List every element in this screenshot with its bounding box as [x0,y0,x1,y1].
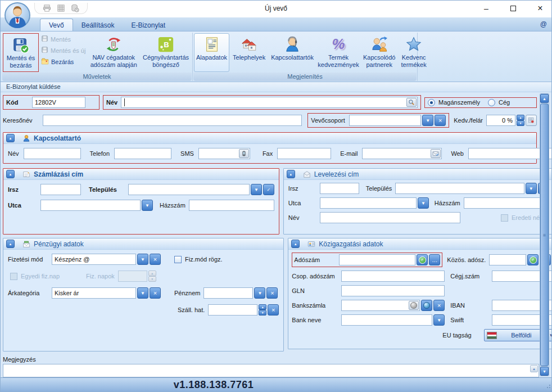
penznem-input[interactable] [204,288,252,298]
validate-check-icon[interactable]: ✓ [527,254,539,265]
discount-table-button[interactable] [526,115,537,126]
szall-hat-input[interactable] [209,305,257,315]
lv-nev-input[interactable] [320,212,460,223]
scroll-up-icon[interactable]: ▲ [530,365,538,372]
chevron-down-icon[interactable]: ▼ [433,314,445,326]
collapse-icon[interactable]: ▲ [6,134,15,142]
lv-utca-input[interactable] [320,198,416,208]
nev-label: Név [106,99,117,106]
lv-hazszam-input[interactable] [464,197,549,209]
fizetesi-mod-value[interactable]: Készpénz @ [52,254,135,264]
kapcsolodo-partnerek-button[interactable]: Kapcsolódópartnerek [361,33,398,72]
chevron-down-icon[interactable]: ▼ [418,197,429,209]
chevron-down-icon[interactable]: ▼ [137,254,148,265]
search-icon[interactable] [406,98,417,107]
lv-irsz-input[interactable] [320,183,359,194]
kozigazgatasi-header: ▲ Közigazgatási adatok [288,238,552,250]
arkategoria-value[interactable]: Kisker ár [52,288,135,298]
adoszam-input[interactable] [340,255,415,265]
collapse-icon[interactable]: ▲ [287,170,295,178]
lv-hazszam-label: Házszám [435,200,460,206]
bankszamla-input[interactable] [342,300,409,310]
eu-tagsag-value: Belföldi [497,332,545,339]
kt-fax-input[interactable] [277,148,331,159]
chevron-down-icon[interactable]: ▼ [254,287,265,299]
clear-icon[interactable]: × [435,115,446,126]
kt-sms-label: SMS [180,150,194,157]
maximize-button[interactable] [508,2,519,15]
chevron-down-icon[interactable]: ▼ [137,287,148,299]
check-icon[interactable]: ✓ [263,184,274,195]
minimize-button[interactable]: – [481,2,492,15]
chevron-down-icon[interactable]: ▼ [142,200,153,211]
form-scrollbar[interactable]: ▲ ≡ ▼ [540,93,549,376]
ellipsis-icon[interactable]: … [429,254,440,265]
nav-company-data-button[interactable]: NAV cégadatokadószám alapján [88,33,139,72]
levelezesi-header: ▲ Levelezési cím [284,169,552,180]
clear-icon[interactable]: × [150,287,161,299]
kt-sms-input[interactable] [199,148,239,159]
nev-input[interactable] [121,97,406,107]
close-ribbon-button[interactable]: Bezárás [41,57,85,66]
csop-adoszam-input[interactable] [341,271,445,282]
sz-telepules-input[interactable] [129,184,249,195]
clear-icon[interactable]: × [150,254,161,265]
collapse-icon[interactable]: ▲ [291,240,300,248]
lv-telepules-input[interactable] [396,183,523,193]
kt-nev-input[interactable] [24,148,81,159]
alapadatok-button[interactable]: Alapadatok [194,33,229,72]
arkategoria-field: Kisker ár [52,287,136,299]
megjegyzes-textarea[interactable]: ▲ [3,364,539,377]
sz-irsz-input[interactable] [40,184,81,195]
ebizonylat-kuldese-header[interactable]: E-Bizonylat küldése [1,82,551,92]
chevron-down-icon[interactable]: ▼ [251,184,262,195]
thumb-grip-icon: ≡ [543,232,546,238]
chevron-down-icon[interactable]: ▼ [422,115,433,126]
close-button[interactable]: × [535,2,546,15]
kt-email-input[interactable] [363,148,431,159]
fizmod-rogz-checkbox[interactable] [174,256,182,263]
chevron-down-icon[interactable]: ▼ [526,183,537,194]
maganszemely-radio[interactable] [428,99,435,106]
gln-input[interactable] [341,285,445,296]
phone-icon[interactable] [239,149,249,158]
clear-icon[interactable]: × [433,300,445,311]
mail-icon[interactable] [431,149,441,158]
scrollbar-down-icon[interactable]: ▼ [540,367,549,376]
bank-neve-input[interactable] [342,315,432,325]
scrollbar-up-icon[interactable]: ▲ [540,94,549,103]
kedv-felar-input[interactable] [486,115,515,126]
validate-check-icon[interactable]: ✓ [417,254,428,265]
clear-icon[interactable]: × [266,287,278,299]
collapse-icon[interactable]: ▲ [6,240,15,248]
collapse-icon[interactable]: ▲ [6,170,15,178]
kt-telefon-input[interactable] [114,148,171,159]
tab-vevo[interactable]: Vevő [40,19,73,31]
kapcsolattartok-button[interactable]: Kapcsolattartók [269,33,316,72]
sz-hazszam-input[interactable] [189,200,274,211]
vevocsoport-input[interactable] [350,115,420,125]
szall-hat-spinner[interactable]: ▲▼ [259,304,266,316]
save-close-button[interactable]: Mentés és bezárás [3,34,38,71]
termek-kedvezmenyek-button[interactable]: % Termékkedvezmények [317,33,360,72]
company-registry-browser-button[interactable]: B Cégnyilvántartásböngésző [141,33,191,72]
clear-icon[interactable]: × [268,304,279,316]
tab-ebizonylat[interactable]: E-Bizonylat [123,19,174,31]
sz-utca-input[interactable] [41,200,140,210]
kozos-adosz-input[interactable] [490,255,526,265]
kedv-spinner[interactable]: ▲▼ [517,115,524,126]
vevocsoport-label: Vevőcsoport [311,117,346,124]
kod-input[interactable] [32,97,85,108]
globe-blue-icon[interactable] [421,300,432,311]
resize-grip[interactable] [547,387,548,388]
spin-up-icon: ▲ [517,115,524,120]
fiz-napok-spinner: ▲▼ [148,271,156,282]
tab-beallitasok[interactable]: Beállítások [73,19,123,31]
app-avatar-icon[interactable] [4,2,30,28]
telephelyek-button[interactable]: Telephelyek [230,33,268,72]
ceg-radio[interactable] [488,99,495,106]
keresonev-input[interactable] [43,115,302,126]
kozos-adosz-field [489,254,526,265]
scrollbar-thumb[interactable]: ≡ [540,103,549,366]
contact-person-icon [22,134,30,142]
